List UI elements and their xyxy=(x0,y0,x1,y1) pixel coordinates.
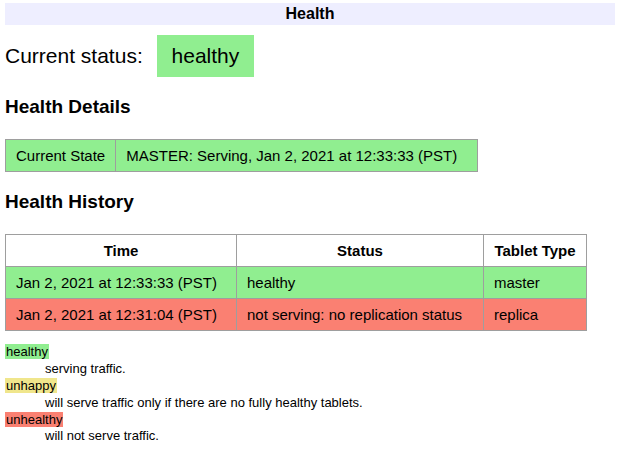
legend-description: will serve traffic only if there are no … xyxy=(45,395,615,412)
current-status-label: Current status: xyxy=(5,44,143,67)
legend-term: healthy xyxy=(5,344,615,361)
history-time-cell: Jan 2, 2021 at 12:31:04 (PST) xyxy=(6,299,237,331)
legend-term: unhealthy xyxy=(5,412,615,429)
current-status-line: Current status: healthy xyxy=(5,33,615,77)
health-history-table: Time Status Tablet Type Jan 2, 2021 at 1… xyxy=(5,234,587,331)
legend-term: unhappy xyxy=(5,378,615,395)
health-details-row: Current State MASTER: Serving, Jan 2, 20… xyxy=(6,140,478,172)
history-status-cell: healthy xyxy=(237,267,484,299)
history-row-unhealthy: Jan 2, 2021 at 12:31:04 (PST) not servin… xyxy=(6,299,587,331)
current-state-value-cell: MASTER: Serving, Jan 2, 2021 at 12:33:33… xyxy=(116,140,478,172)
current-status-badge: healthy xyxy=(157,35,255,77)
legend-description: serving traffic. xyxy=(45,361,615,378)
health-details-table: Current State MASTER: Serving, Jan 2, 20… xyxy=(5,139,478,172)
status-legend: healthy serving traffic. unhappy will se… xyxy=(5,344,615,445)
health-history-heading: Health History xyxy=(5,191,615,213)
legend-description: will not serve traffic. xyxy=(45,428,615,445)
current-state-label-cell: Current State xyxy=(6,140,116,172)
legend-badge-healthy: healthy xyxy=(5,344,49,359)
health-details-heading: Health Details xyxy=(5,96,615,118)
legend-badge-unhealthy: unhealthy xyxy=(5,412,63,427)
page-title: Health xyxy=(5,3,615,25)
history-status-cell: not serving: no replication status xyxy=(237,299,484,331)
history-time-cell: Jan 2, 2021 at 12:33:33 (PST) xyxy=(6,267,237,299)
column-header-time: Time xyxy=(6,235,237,267)
legend-badge-unhappy: unhappy xyxy=(5,378,57,393)
column-header-tablet-type: Tablet Type xyxy=(484,235,587,267)
history-row-healthy: Jan 2, 2021 at 12:33:33 (PST) healthy ma… xyxy=(6,267,587,299)
column-header-status: Status xyxy=(237,235,484,267)
history-header-row: Time Status Tablet Type xyxy=(6,235,587,267)
history-type-cell: replica xyxy=(484,299,587,331)
history-type-cell: master xyxy=(484,267,587,299)
health-page: Health Current status: healthy Health De… xyxy=(0,0,621,452)
